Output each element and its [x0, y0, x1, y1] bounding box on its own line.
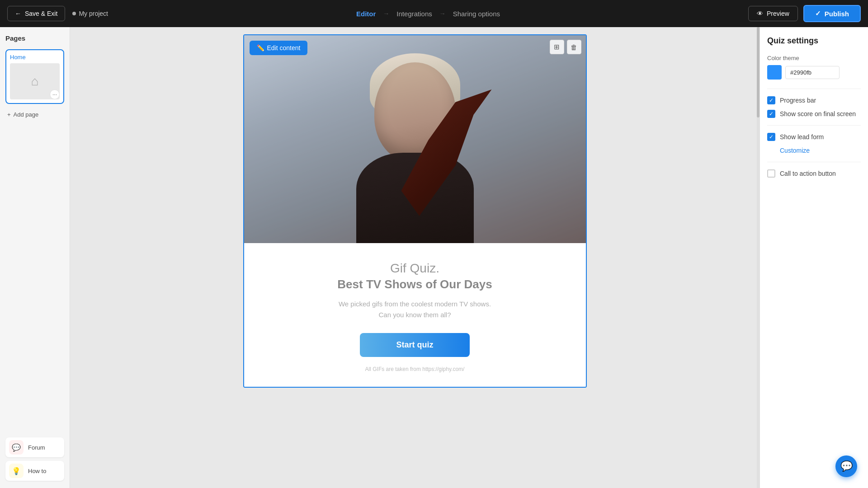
howto-helper[interactable]: 💡 How to — [5, 461, 64, 481]
plus-icon: + — [7, 111, 11, 118]
color-theme-label: Color theme — [767, 55, 861, 61]
color-swatch[interactable] — [767, 65, 782, 80]
checkbox-lead-form[interactable]: ✓ Show lead form — [767, 133, 861, 141]
add-page-button[interactable]: + Add page — [5, 109, 64, 120]
quiz-description: We picked gifs from the coolest modern T… — [339, 299, 491, 320]
delete-frame-button[interactable]: 🗑 — [567, 40, 581, 54]
pages-sidebar: Pages Home ⌂ ··· + Add page 💬 Forum 💡 Ho… — [0, 27, 70, 488]
chat-icon: 💬 — [840, 460, 853, 472]
page-more-button[interactable]: ··· — [50, 89, 60, 99]
checkbox-cta-label: Call to action button — [780, 170, 836, 177]
quiz-title-main: Gif Quiz. — [390, 261, 439, 276]
arrow-left-icon: ← — [15, 10, 21, 17]
color-theme-section: Color theme — [767, 55, 861, 80]
checkbox-cta-button[interactable]: Call to action button — [767, 169, 861, 178]
forum-icon: 💬 — [9, 440, 24, 455]
scroll-indicator — [757, 27, 760, 488]
check-icon: ✓ — [815, 9, 821, 18]
publish-button[interactable]: ✓ Publish — [803, 5, 861, 22]
character-figure — [338, 53, 492, 243]
quiz-frame: ✏️ Edit content ⊞ 🗑 G — [243, 34, 587, 388]
scroll-thumb — [757, 27, 760, 117]
checkbox-cta-box — [767, 169, 775, 178]
nav-editor[interactable]: Editor — [356, 10, 376, 18]
page-card-home[interactable]: Home ⌂ ··· — [5, 49, 64, 104]
customize-link[interactable]: Customize — [767, 147, 810, 154]
project-name-label: My project — [79, 10, 108, 17]
publish-label: Publish — [825, 10, 849, 18]
main-layout: Pages Home ⌂ ··· + Add page 💬 Forum 💡 Ho… — [0, 27, 868, 488]
quiz-content-area: Gif Quiz. Best TV Shows of Our Days We p… — [244, 243, 586, 387]
duplicate-frame-button[interactable]: ⊞ — [550, 40, 564, 54]
quiz-hero-image — [244, 35, 586, 243]
quiz-footer: All GIFs are taken from https://giphy.co… — [365, 366, 465, 372]
checkbox-show-score-label: Show score on final screen — [780, 110, 856, 117]
color-row — [767, 65, 861, 80]
edit-content-button[interactable]: ✏️ Edit content — [250, 41, 308, 55]
chat-bubble-button[interactable]: 💬 — [835, 455, 857, 477]
howto-icon: 💡 — [9, 464, 24, 478]
checkbox-progress-bar-box: ✓ — [767, 96, 775, 104]
nav-arrow-2: → — [439, 10, 446, 17]
howto-label: How to — [28, 468, 46, 474]
project-dot — [72, 12, 76, 15]
preview-button[interactable]: 👁 Preview — [748, 6, 798, 21]
quiz-title-sub: Best TV Shows of Our Days — [337, 277, 492, 291]
save-exit-button[interactable]: ← Save & Exit — [7, 6, 65, 21]
settings-panel: Quiz settings Color theme ✓ Progress bar… — [760, 27, 868, 488]
canvas-area: ✏️ Edit content ⊞ 🗑 G — [70, 27, 760, 488]
checkbox-lead-form-label: Show lead form — [780, 133, 824, 141]
settings-divider-1 — [767, 89, 861, 89]
settings-title: Quiz settings — [767, 36, 861, 46]
header-right-actions: 👁 Preview ✓ Publish — [748, 5, 861, 22]
pencil-icon: ✏️ — [257, 44, 264, 52]
checkbox-progress-bar-label: Progress bar — [780, 97, 816, 104]
page-home-label: Home — [10, 54, 60, 61]
nav-integrations[interactable]: Integrations — [396, 10, 432, 18]
eye-icon: 👁 — [757, 10, 763, 17]
preview-label: Preview — [767, 10, 789, 17]
save-exit-label: Save & Exit — [25, 10, 57, 17]
checkbox-progress-bar[interactable]: ✓ Progress bar — [767, 96, 861, 104]
nav-sharing[interactable]: Sharing options — [453, 10, 500, 18]
forum-label: Forum — [28, 444, 45, 451]
settings-divider-3 — [767, 162, 861, 162]
home-thumb-icon: ⌂ — [31, 74, 39, 89]
frame-actions: ⊞ 🗑 — [550, 40, 581, 54]
color-input[interactable] — [785, 66, 840, 79]
project-name-area: My project — [72, 10, 108, 17]
edit-content-label: Edit content — [267, 44, 301, 52]
start-quiz-button[interactable]: Start quiz — [360, 333, 469, 357]
checkbox-show-score-box: ✓ — [767, 110, 775, 118]
checkbox-lead-form-box: ✓ — [767, 133, 775, 141]
checkbox-show-score[interactable]: ✓ Show score on final screen — [767, 110, 861, 118]
app-header: ← Save & Exit My project Editor → Integr… — [0, 0, 868, 27]
nav-arrow-1: → — [383, 10, 389, 17]
settings-divider-2 — [767, 125, 861, 126]
pages-title: Pages — [5, 34, 64, 42]
add-page-label: Add page — [14, 111, 39, 118]
top-nav: Editor → Integrations → Sharing options — [115, 10, 741, 18]
forum-helper[interactable]: 💬 Forum — [5, 437, 64, 457]
